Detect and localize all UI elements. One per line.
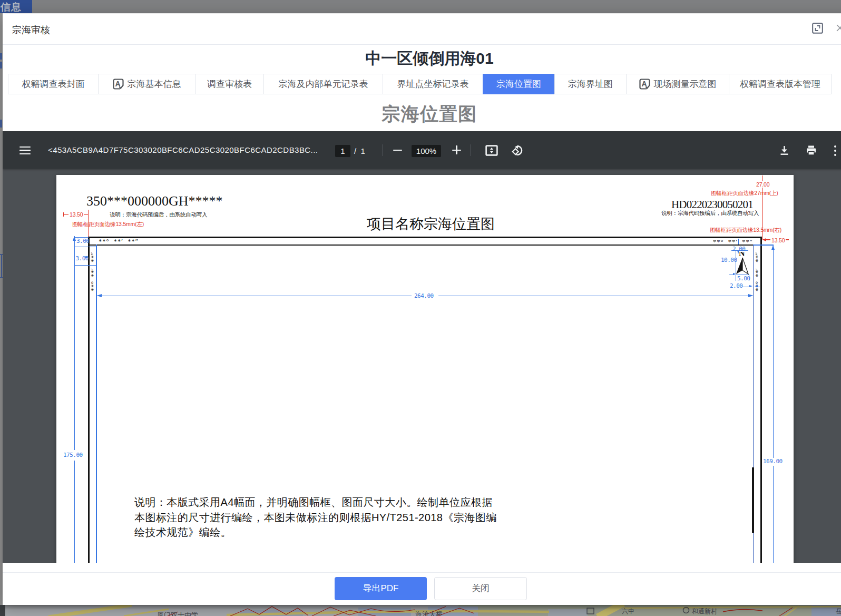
dim-line-264-left: [97, 296, 412, 296]
dim-width: 264.00: [414, 293, 434, 299]
fit-to-page-icon[interactable]: [485, 145, 498, 156]
dim-line: [742, 287, 750, 287]
blue-arrowhead-down: [737, 250, 739, 254]
blue-arrowhead-right: [748, 294, 753, 297]
tab-5[interactable]: 宗海位置图: [483, 74, 555, 94]
drawing-code-right-note: 说明：宗海代码预编后，由系统自动写入: [661, 210, 759, 217]
tab-4[interactable]: 界址点坐标记录表: [383, 74, 483, 94]
dialog-header: 宗海审核: [3, 14, 841, 45]
frame-inner-left: [96, 245, 97, 563]
background-active-tab[interactable]: 信息: [0, 0, 32, 13]
dim-tick: [738, 239, 739, 245]
blue-arrowhead-right: [749, 285, 752, 287]
margin-right-label: 图幅框距页面边缘13.5mm(右): [710, 227, 781, 234]
tab-label: 宗海位置图: [496, 78, 541, 90]
dialog-footer: 导出PDF 关闭: [3, 563, 841, 605]
ticks-left-min: **′: [89, 261, 97, 277]
frame-inner-right-thick: [752, 467, 754, 533]
pdf-filename: <453A5CB9A4D7F75C303020BFC6CAD25C3020BFC…: [48, 131, 318, 169]
tab-0[interactable]: 权籍调查表封面: [8, 74, 99, 94]
ticks-right-sec: **″: [754, 247, 762, 262]
dim-tick: [74, 247, 96, 247]
dim-line-169-upper: [773, 245, 774, 458]
section-title: 宗海位置图: [3, 102, 841, 126]
tab-1[interactable]: A宗海基本信息: [98, 74, 195, 94]
zoom-level-input[interactable]: 100%: [412, 145, 441, 157]
toolbar-separator: [471, 144, 471, 156]
zoom-out-icon[interactable]: [393, 150, 402, 151]
close-icon[interactable]: [836, 24, 841, 32]
toolbar-separator: [383, 144, 383, 156]
close-button[interactable]: 关闭: [434, 577, 527, 600]
tab-8[interactable]: 权籍调查表版本管理: [729, 74, 832, 94]
dim-north-height: 10.00: [721, 257, 737, 263]
frame-inner-top: [89, 245, 754, 246]
dialog-title: 宗海审核: [12, 24, 50, 36]
menu-icon-bar: [19, 146, 31, 148]
blue-arrowhead-right: [733, 273, 736, 275]
pdf-viewer: <453A5CB9A4D7F75C303020BFC6CAD25C3020BFC…: [3, 131, 841, 563]
dim-north-right: 2.00: [730, 283, 743, 289]
dot: [834, 154, 836, 156]
ticks-left-deg: **°: [89, 276, 97, 291]
tab-3[interactable]: 宗海及内部单元记录表: [263, 74, 383, 94]
dim-tick: [74, 265, 96, 266]
background-icon-fragment: [1, 254, 2, 278]
plus-icon-bar: [456, 145, 457, 154]
tab-label: 权籍调查表封面: [22, 78, 85, 90]
rotate-icon[interactable]: [512, 145, 524, 156]
print-icon[interactable]: [806, 145, 817, 156]
dialog-zonghai-review: 宗海审核 中一区倾倒用海01 权籍调查表封面A宗海基本信息调查审核表宗海及内部单…: [3, 14, 841, 605]
pdf-canvas[interactable]: 350***000000GH***** 说明：宗海代码预编后，由系统自动写入 H…: [3, 169, 841, 563]
tab-label: 界址点坐标记录表: [397, 78, 469, 90]
drawing-title: 项目名称宗海位置图: [367, 214, 495, 233]
tab-7[interactable]: A现场测量示意图: [626, 74, 729, 94]
blue-arrowhead-up: [771, 245, 775, 250]
tab-bar: 权籍调查表封面A宗海基本信息调查审核表宗海及内部单元记录表界址点坐标记录表宗海位…: [8, 74, 832, 94]
tab-label: 权籍调查表版本管理: [740, 78, 820, 90]
dim-line: [736, 275, 749, 275]
dot: [834, 150, 836, 152]
ticks-right-min: **′: [754, 261, 762, 277]
tab-label: 宗海基本信息: [128, 78, 181, 90]
north-arrow: [735, 257, 749, 275]
dim-tick: [731, 250, 748, 251]
red-arrowhead: [762, 238, 766, 241]
ticks-top-right: **° **′ **″: [713, 238, 753, 246]
pdf-page: 350***000000GH***** 说明：宗海代码预编后，由系统自动写入 H…: [56, 175, 794, 563]
dim-line-264-right: [438, 296, 753, 296]
footer-divider: [3, 572, 841, 573]
dim-line-175-upper: [74, 236, 75, 450]
background-icon-fragment: [0, 120, 2, 128]
tab-label: 调查审核表: [207, 78, 252, 90]
blue-arrowhead-right: [85, 256, 89, 258]
tab-label: 宗海及内部单元记录表: [279, 78, 368, 90]
tab-label: 宗海界址图: [568, 78, 613, 90]
dot: [834, 145, 836, 148]
blue-arrowhead-left: [97, 294, 102, 297]
background-icon-fragment: [0, 62, 2, 69]
drawing-code-left-note: 说明：宗海代码预编后，由系统自动写入: [110, 211, 207, 219]
fullscreen-icon[interactable]: [812, 23, 823, 34]
tab-2[interactable]: 调查审核表: [195, 74, 264, 94]
ticks-top-left: **° **′ **″: [99, 238, 139, 246]
page-number-input[interactable]: 1: [335, 145, 350, 157]
tab-label: 现场测量示意图: [654, 78, 717, 90]
document-check-icon: A: [639, 79, 650, 90]
frame-outer-top: [88, 237, 762, 238]
dim-line: [736, 251, 736, 274]
menu-icon-bar: [19, 150, 31, 151]
export-pdf-button[interactable]: 导出PDF: [335, 577, 427, 600]
download-icon[interactable]: [779, 145, 790, 156]
background-icon-fragment: [0, 53, 2, 60]
tab-6[interactable]: 宗海界址图: [554, 74, 627, 94]
dim-line-169-lower: [773, 466, 774, 563]
ticks-right-deg: **°: [754, 276, 762, 291]
blue-arrowhead-left: [755, 285, 758, 287]
background-topbar: 信息: [0, 0, 841, 13]
background-corner-block: [0, 605, 5, 616]
drawing-note: 说明：本版式采用A4幅面，并明确图幅框、图面尺寸大小。绘制单位应根据 本图标注的…: [134, 495, 497, 540]
dim-tick: [736, 275, 736, 281]
dim-margin-right: 13.50: [770, 237, 786, 243]
background-tab-label: 信息: [1, 1, 22, 14]
